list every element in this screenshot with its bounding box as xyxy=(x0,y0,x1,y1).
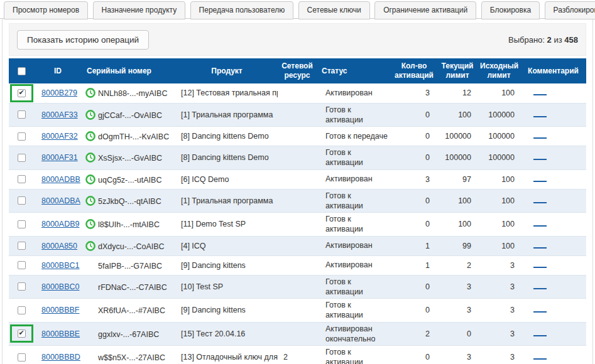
row-checkbox[interactable] xyxy=(18,220,26,228)
activations-cell: 0 xyxy=(391,213,437,237)
comment-link[interactable] xyxy=(533,112,547,117)
row-checkbox[interactable] xyxy=(18,329,26,338)
col-header-initial-limit: Исходный лимит xyxy=(478,58,520,83)
comment-cell xyxy=(520,346,586,364)
row-checkbox[interactable] xyxy=(18,154,26,162)
serial-id-link[interactable]: 8000BBBD xyxy=(41,353,80,361)
comment-cell xyxy=(520,213,586,237)
status-cell: Активирован xyxy=(317,236,391,255)
serial-id-link[interactable]: 8000BBBE xyxy=(41,329,80,338)
current-limit-cell: 3 xyxy=(437,275,478,299)
current-limit-cell: 0 xyxy=(437,322,478,346)
network-resource-cell xyxy=(278,299,317,323)
serial-cell: ggxlxv-...-67AIBC xyxy=(82,322,176,346)
row-checkbox[interactable] xyxy=(18,175,26,183)
tab-label: Назначение продукту xyxy=(102,6,177,14)
tab-Сетевые ключи[interactable]: Сетевые ключи xyxy=(298,1,370,19)
id-cell: 8000AF33 xyxy=(34,103,82,127)
comment-link[interactable] xyxy=(533,90,547,95)
comment-link[interactable] xyxy=(533,354,547,360)
current-limit-cell: 12 xyxy=(437,83,478,103)
activations-cell: 0 xyxy=(391,346,437,364)
table-row: 8000BBC0 rFDNaC-...-C7AIBC [10] Test SP … xyxy=(9,275,586,299)
tab-bar: Просмотр номеров Назначение продукту Пер… xyxy=(0,0,595,19)
current-limit-cell: 100 xyxy=(437,189,478,213)
serial-id-link[interactable]: 8000ADBB xyxy=(41,175,80,184)
row-checkbox[interactable] xyxy=(18,89,26,97)
serial-id-link[interactable]: 8000A850 xyxy=(41,242,77,250)
status-cell: Активирован окончательно xyxy=(317,322,391,346)
network-resource-cell xyxy=(278,275,317,299)
comment-link[interactable] xyxy=(533,133,547,139)
initial-limit-cell: 100000 xyxy=(478,103,520,127)
tab-Передача пользователю[interactable]: Передача пользователю xyxy=(190,1,294,19)
clock-icon xyxy=(85,88,96,98)
serial-cell: l8$UIh-...-mtAIBC xyxy=(82,213,176,237)
row-checkbox[interactable] xyxy=(18,353,26,361)
initial-limit-cell: 100 xyxy=(478,83,520,103)
row-checkbox[interactable] xyxy=(18,110,26,119)
network-resource-cell xyxy=(278,169,317,189)
tab-Разблокировка[interactable]: Разблокировка xyxy=(545,1,595,19)
row-checkbox-cell xyxy=(9,299,34,323)
row-checkbox[interactable] xyxy=(18,242,26,250)
comment-link[interactable] xyxy=(533,284,547,289)
serial-id-link[interactable]: 8000AF33 xyxy=(41,110,78,119)
current-limit-cell: 3 xyxy=(437,299,478,323)
comment-link[interactable] xyxy=(533,198,547,203)
tab-Просмотр номеров[interactable]: Просмотр номеров xyxy=(4,1,88,19)
selected-count: 2 xyxy=(547,35,552,45)
activations-cell: 1 xyxy=(391,236,437,255)
comment-cell xyxy=(520,322,586,346)
activations-cell: 0 xyxy=(391,146,437,170)
row-checkbox[interactable] xyxy=(18,306,26,314)
table-row: 8000AF31 XsSjsx-...-GvAIBC [8] Dancing k… xyxy=(9,146,586,170)
select-all-checkbox[interactable] xyxy=(18,67,26,75)
comment-cell xyxy=(520,275,586,299)
current-limit-cell: 100 xyxy=(437,213,478,237)
network-resource-cell xyxy=(278,322,317,346)
id-cell: 8000ADBA xyxy=(34,189,82,213)
id-cell: 8000BBBF xyxy=(34,299,82,323)
serial-cell: XR6fUA-...-#7AIBC xyxy=(82,299,176,323)
network-resource-cell xyxy=(278,236,317,255)
network-resource-cell xyxy=(278,103,317,127)
serial-id-link[interactable]: 8000BBC0 xyxy=(41,282,79,291)
comment-link[interactable] xyxy=(533,307,547,313)
serial-id-link[interactable]: 8000AF32 xyxy=(41,132,78,141)
serial-id-link[interactable]: 8000B279 xyxy=(41,88,77,97)
table-row: 8000AF33 gjCCaf-...-OvAIBC [1] Триальная… xyxy=(9,103,586,127)
product-cell: [10] Test SP xyxy=(176,275,278,299)
id-cell: 8000BBBE xyxy=(34,322,82,346)
row-checkbox[interactable] xyxy=(18,282,26,291)
comment-link[interactable] xyxy=(533,331,547,336)
id-cell: 8000AF31 xyxy=(34,146,82,170)
row-checkbox-cell xyxy=(9,322,34,346)
row-checkbox[interactable] xyxy=(18,261,26,269)
current-limit-cell: 99 xyxy=(437,236,478,255)
serial-id-link[interactable]: 8000BBBF xyxy=(41,306,79,314)
comment-link[interactable] xyxy=(533,176,547,182)
tab-Блокировка[interactable]: Блокировка xyxy=(481,1,540,19)
row-checkbox[interactable] xyxy=(18,132,26,141)
serial-id-link[interactable]: 8000ADBA xyxy=(41,196,80,205)
tab-Назначение продукту[interactable]: Назначение продукту xyxy=(93,1,186,19)
clock-icon xyxy=(85,174,96,185)
serial-id-link[interactable]: 8000BBC1 xyxy=(41,261,79,270)
tab-Ограничение активаций[interactable]: Ограничение активаций xyxy=(374,1,476,19)
checkbox-annotation-box xyxy=(10,84,33,102)
comment-link[interactable] xyxy=(533,243,547,249)
comment-link[interactable] xyxy=(533,221,547,227)
comment-link[interactable] xyxy=(533,154,547,160)
status-cell: Готов к активации xyxy=(317,299,391,323)
show-history-button[interactable]: Показать историю операций xyxy=(17,30,149,50)
serial-id-link[interactable]: 8000ADB9 xyxy=(41,220,79,228)
checkbox-annotation-box xyxy=(10,215,33,233)
table-row: 8000BBBF XR6fUA-...-#7AIBC [9] Dancing k… xyxy=(9,299,586,323)
serial-id-link[interactable]: 8000AF31 xyxy=(41,153,78,162)
serial-number: dXdycu-...-CoAIBC xyxy=(98,242,165,251)
col-header-activations: Кол-во активаций xyxy=(391,58,437,83)
comment-link[interactable] xyxy=(533,262,547,268)
row-checkbox[interactable] xyxy=(18,196,26,205)
status-cell: Готов к активации xyxy=(317,189,391,213)
